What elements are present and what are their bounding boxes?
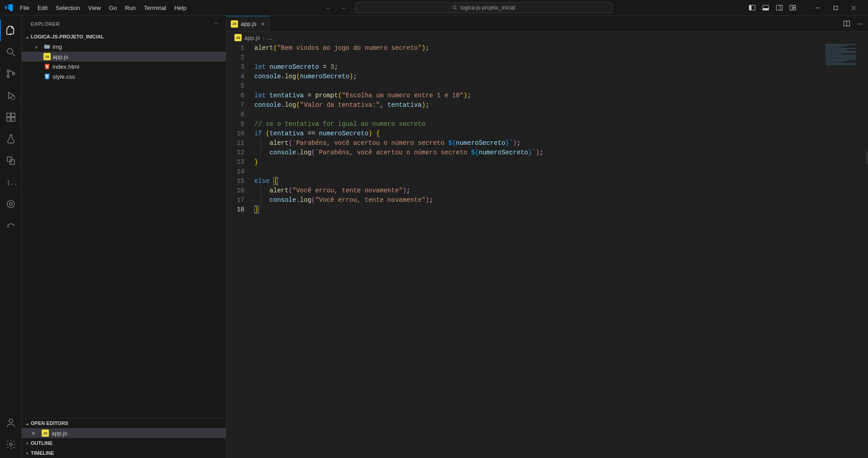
line-number: 14	[226, 167, 244, 177]
sidebar-title: EXPLORER	[31, 21, 60, 27]
activity-json-icon[interactable]: {..}	[0, 172, 22, 193]
menu-item-view[interactable]: View	[85, 3, 105, 13]
tree-item-label: app.js	[52, 53, 68, 60]
code-line[interactable]	[254, 53, 868, 62]
tree-file-appjs[interactable]: JS app.js	[22, 52, 226, 62]
code-line[interactable]: alert("Você errou, tente novamente");	[254, 186, 868, 196]
command-center-search[interactable]: logica-js-projeto_inicial	[355, 2, 613, 13]
open-editor-label: app.js	[52, 430, 67, 437]
search-placeholder: logica-js-projeto_inicial	[460, 5, 515, 11]
html-file-icon	[43, 63, 51, 70]
more-actions-icon[interactable]: ⋯	[857, 20, 863, 27]
section-label: OUTLINE	[31, 440, 52, 446]
activity-settings-icon[interactable]	[0, 434, 22, 455]
activity-liveserver-icon[interactable]	[0, 193, 22, 215]
breadcrumb-rest: ...	[267, 34, 272, 41]
project-name: LOGICA-JS-PROJETO_INICIAL	[31, 34, 104, 39]
activity-accounts-icon[interactable]	[0, 412, 22, 434]
window-minimize-icon[interactable]	[808, 1, 826, 14]
chevron-right-icon: ›	[263, 34, 265, 41]
menu-item-run[interactable]: Run	[121, 3, 139, 13]
code-line[interactable]: let tentativa = prompt("Escolha um numer…	[254, 91, 868, 100]
code-line[interactable]: let numeroSecreto = 3;	[254, 62, 868, 72]
menu-item-go[interactable]: Go	[105, 3, 120, 13]
line-number: 8	[226, 110, 244, 119]
toggle-panel-icon[interactable]	[762, 4, 769, 11]
chevron-down-icon: ⌄	[24, 34, 31, 40]
menu-item-help[interactable]: Help	[171, 3, 190, 13]
file-tree: › img JS app.js index.html style.css	[22, 42, 226, 418]
code-line[interactable]: if (tentativa == numeroSecreto) {	[254, 129, 868, 138]
menu-item-selection[interactable]: Selection	[52, 3, 83, 13]
nav-arrows: ← →	[326, 5, 346, 11]
svg-point-28	[7, 200, 14, 208]
minimap[interactable]	[825, 44, 862, 71]
nav-forward-icon[interactable]: →	[340, 5, 346, 11]
outline-header[interactable]: › OUTLINE	[22, 438, 226, 448]
chevron-right-icon: ›	[24, 450, 31, 456]
breadcrumbs[interactable]: JS app.js › ...	[226, 32, 868, 43]
code-line[interactable]: alert("Bem vindos ao jogo do numero secr…	[254, 43, 868, 53]
open-editors-header[interactable]: ⌄ OPEN EDITORS	[22, 418, 226, 428]
activity-liveshare-icon[interactable]	[0, 215, 22, 237]
close-icon[interactable]: ×	[32, 430, 39, 437]
code-line[interactable]	[254, 81, 868, 91]
code-line[interactable]: }	[254, 205, 868, 215]
close-icon[interactable]: ×	[261, 20, 265, 28]
js-file-icon: JS	[231, 20, 238, 28]
code-line[interactable]: // se o tentativa for igual ao numero se…	[254, 119, 868, 129]
svg-point-15	[7, 48, 13, 54]
open-editor-item[interactable]: × JS app.js	[22, 428, 226, 438]
svg-line-1	[456, 9, 457, 10]
activity-explorer-icon[interactable]	[0, 19, 22, 41]
code-editor[interactable]: 123456789101112131415161718 alert("Bem v…	[226, 43, 868, 458]
timeline-header[interactable]: › TIMELINE	[22, 448, 226, 458]
line-number: 7	[226, 100, 244, 110]
svg-rect-8	[790, 5, 792, 10]
code-line[interactable]: }	[254, 157, 868, 167]
tab-appjs[interactable]: JS app.js ×	[226, 16, 270, 31]
activity-extensions-icon[interactable]	[0, 106, 22, 128]
svg-point-17	[7, 70, 9, 72]
svg-rect-3	[749, 5, 752, 10]
menu-item-terminal[interactable]: Terminal	[140, 3, 170, 13]
code-line[interactable]: console.log("Valor da tentativa:", tenta…	[254, 100, 868, 110]
toggle-secondary-sidebar-icon[interactable]	[776, 4, 783, 11]
window-close-icon[interactable]	[844, 1, 863, 14]
tree-file-indexhtml[interactable]: index.html	[22, 62, 226, 72]
code-line[interactable]: else {	[254, 177, 868, 186]
sidebar-more-icon[interactable]: ⋯	[214, 21, 219, 27]
activity-testing-icon[interactable]	[0, 128, 22, 150]
code-line[interactable]	[254, 167, 868, 177]
code-line[interactable]: console.log(`Parabéns, você acertou o nú…	[254, 148, 868, 157]
project-header[interactable]: ⌄ LOGICA-JS-PROJETO_INICIAL	[22, 32, 226, 42]
activity-bar: {..}	[0, 16, 22, 458]
activity-search-icon[interactable]	[0, 41, 22, 63]
tab-label: app.js	[241, 20, 257, 27]
tree-folder-img[interactable]: › img	[22, 42, 226, 52]
chevron-right-icon: ›	[35, 43, 42, 50]
code-line[interactable]: alert(`Parabéns, você acertou o número s…	[254, 138, 868, 148]
code-line[interactable]	[254, 110, 868, 119]
menu-item-file[interactable]: File	[16, 3, 33, 13]
split-editor-icon[interactable]	[843, 20, 850, 27]
svg-point-18	[7, 76, 9, 78]
explorer-sidebar: EXPLORER ⋯ ⌄ LOGICA-JS-PROJETO_INICIAL ›…	[22, 16, 226, 458]
activity-references-icon[interactable]	[0, 150, 22, 172]
window-maximize-icon[interactable]	[826, 1, 844, 14]
tree-file-stylecss[interactable]: style.css	[22, 72, 226, 81]
menu-item-edit[interactable]: Edit	[34, 3, 51, 13]
nav-back-icon[interactable]: ←	[326, 5, 332, 11]
editor-area: JS app.js × ⋯ JS app.js › ... 1234567891…	[226, 16, 868, 458]
line-number: 9	[226, 119, 244, 129]
customize-layout-icon[interactable]	[789, 4, 796, 11]
chevron-down-icon: ⌄	[24, 420, 31, 426]
code-line[interactable]: console.log(numeroSecreto);	[254, 72, 868, 81]
activity-debug-icon[interactable]	[0, 85, 22, 106]
code-line[interactable]: console.log("Você errou, tente novamente…	[254, 196, 868, 205]
svg-rect-7	[780, 5, 782, 10]
code-content[interactable]: alert("Bem vindos ao jogo do numero secr…	[254, 43, 868, 458]
activity-source-control-icon[interactable]	[0, 63, 22, 85]
svg-rect-6	[777, 5, 782, 10]
toggle-primary-sidebar-icon[interactable]	[749, 4, 756, 11]
